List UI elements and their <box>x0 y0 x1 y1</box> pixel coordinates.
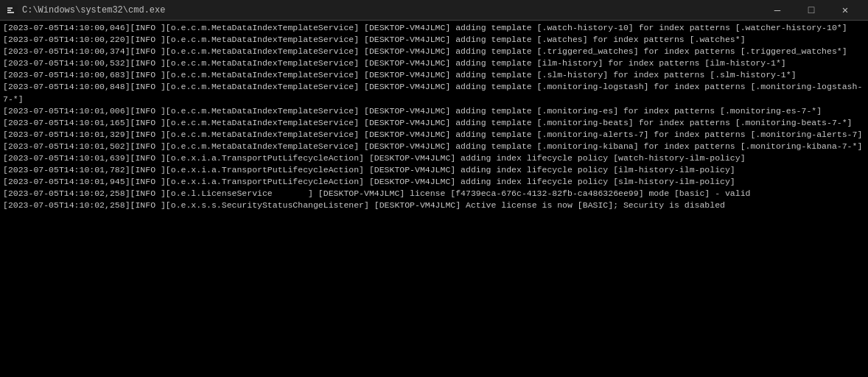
title-bar-left: C:\Windows\system32\cmd.exe <box>6 4 165 16</box>
log-line: [2023-07-05T14:10:00,848][INFO ][o.e.c.m… <box>3 81 865 105</box>
log-line: [2023-07-05T14:10:00,532][INFO ][o.e.c.m… <box>3 57 865 69</box>
minimize-button[interactable]: — <box>760 0 794 21</box>
log-line: [2023-07-05T14:10:00,374][INFO ][o.e.c.m… <box>3 46 865 57</box>
cmd-icon <box>6 4 18 16</box>
log-line: [2023-07-05T14:10:01,639][INFO ][o.e.x.i… <box>3 152 865 164</box>
svg-rect-1 <box>7 7 13 9</box>
maximize-button[interactable]: □ <box>794 0 828 21</box>
log-line: [2023-07-05T14:10:01,782][INFO ][o.e.x.i… <box>3 164 865 176</box>
console-output: [2023-07-05T14:10:00,046][INFO ][o.e.c.m… <box>0 21 868 377</box>
svg-rect-3 <box>7 12 14 13</box>
svg-rect-2 <box>7 10 11 11</box>
log-line: [2023-07-05T14:10:01,502][INFO ][o.e.c.m… <box>3 141 865 152</box>
window-controls: — □ ✕ <box>760 0 862 21</box>
log-line: [2023-07-05T14:10:00,220][INFO ][o.e.c.m… <box>3 34 865 46</box>
log-line: [2023-07-05T14:10:01,165][INFO ][o.e.c.m… <box>3 117 865 129</box>
log-line: [2023-07-05T14:10:02,258][INFO ][o.e.l.L… <box>3 188 865 200</box>
log-line: [2023-07-05T14:10:01,006][INFO ][o.e.c.m… <box>3 105 865 117</box>
log-line: [2023-07-05T14:10:00,683][INFO ][o.e.c.m… <box>3 69 865 81</box>
log-line: [2023-07-05T14:10:01,945][INFO ][o.e.x.i… <box>3 176 865 188</box>
close-button[interactable]: ✕ <box>828 0 862 21</box>
title-bar: C:\Windows\system32\cmd.exe — □ ✕ <box>0 0 868 21</box>
window: C:\Windows\system32\cmd.exe — □ ✕ [2023-… <box>0 0 868 377</box>
window-title: C:\Windows\system32\cmd.exe <box>22 5 165 15</box>
log-line: [2023-07-05T14:10:01,329][INFO ][o.e.c.m… <box>3 129 865 141</box>
log-line: [2023-07-05T14:10:02,258][INFO ][o.e.x.s… <box>3 200 865 211</box>
log-line: [2023-07-05T14:10:00,046][INFO ][o.e.c.m… <box>3 22 865 34</box>
